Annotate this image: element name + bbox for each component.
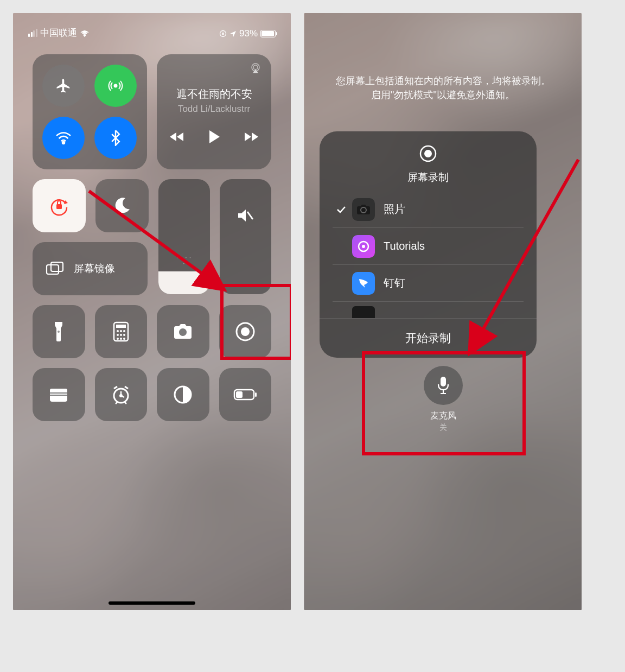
svg-point-3: [62, 142, 65, 144]
svg-point-37: [424, 150, 432, 157]
wifi-icon: [80, 29, 90, 37]
calculator-button[interactable]: [95, 305, 148, 358]
svg-rect-26: [50, 389, 67, 393]
svg-point-22: [179, 328, 187, 336]
svg-line-9: [247, 212, 253, 219]
svg-point-5: [253, 65, 258, 69]
svg-line-43: [473, 160, 578, 348]
checkmark-icon: [333, 206, 350, 213]
cellular-data-button[interactable]: [94, 65, 137, 107]
svg-point-13: [117, 330, 119, 332]
carrier-label: 中国联通: [40, 27, 77, 39]
wifi-button[interactable]: [42, 117, 85, 159]
alarm-button[interactable]: [95, 368, 148, 421]
annotation-arrow-right: [462, 155, 582, 362]
svg-point-20: [120, 338, 122, 340]
lock-rotation-icon: [219, 30, 227, 37]
svg-rect-12: [116, 325, 126, 328]
recording-info: 您屏幕上包括通知在内的所有内容，均将被录制。 启用"勿扰模式"以避免意外通知。: [304, 74, 582, 102]
alarm-icon: [111, 384, 131, 405]
location-icon: [229, 30, 237, 37]
svg-rect-33: [236, 391, 243, 398]
svg-rect-27: [50, 392, 67, 394]
calculator-icon: [113, 321, 129, 342]
dingtalk-app-icon: [352, 272, 375, 295]
svg-point-16: [117, 334, 119, 336]
wallet-button[interactable]: [33, 368, 85, 421]
airplane-mode-button[interactable]: [42, 65, 85, 107]
camera-button[interactable]: [157, 305, 209, 358]
dark-mode-icon: [173, 385, 193, 404]
play-icon[interactable]: [208, 130, 220, 144]
svg-point-14: [120, 330, 122, 332]
app-option-label: 照片: [384, 202, 405, 217]
status-bar: 中国联通 93%: [13, 13, 291, 40]
battery-icon: [260, 30, 276, 37]
svg-point-19: [117, 338, 119, 340]
bluetooth-button[interactable]: [94, 117, 137, 159]
svg-point-18: [123, 334, 125, 336]
svg-rect-34: [255, 392, 257, 397]
music-module[interactable]: 遮不住雨的不安 Todd Li/Lacklustrr: [157, 54, 271, 169]
flashlight-button[interactable]: [33, 305, 85, 358]
record-icon: [419, 144, 437, 163]
phone-right: 您屏幕上包括通知在内的所有内容，均将被录制。 启用"勿扰模式"以避免意外通知。 …: [304, 13, 582, 610]
battery-pct: 93%: [239, 28, 258, 39]
svg-point-15: [123, 330, 125, 332]
svg-point-41: [362, 245, 365, 248]
flashlight-icon: [53, 321, 65, 343]
svg-point-17: [120, 334, 122, 336]
svg-point-2: [114, 85, 117, 87]
cellular-signal-icon: [28, 29, 37, 37]
connectivity-module[interactable]: [33, 54, 147, 169]
svg-line-35: [89, 191, 219, 286]
mute-icon: [237, 207, 255, 224]
music-title: 遮不住雨的不安: [176, 87, 252, 102]
svg-rect-7: [47, 265, 59, 274]
forward-icon[interactable]: [244, 132, 259, 142]
camera-icon: [172, 324, 194, 340]
dark-mode-button[interactable]: [157, 368, 209, 421]
rewind-icon[interactable]: [169, 132, 184, 142]
annotation-highlight-right: [362, 351, 526, 455]
svg-rect-8: [51, 262, 63, 271]
low-power-button[interactable]: [219, 368, 272, 421]
home-indicator[interactable]: [109, 601, 195, 605]
low-power-icon: [233, 389, 257, 401]
svg-rect-28: [50, 395, 67, 396]
music-artist: Todd Li/Lacklustrr: [178, 104, 250, 115]
more-app-icon: [352, 306, 375, 318]
svg-rect-1: [222, 33, 224, 35]
screen-mirroring-icon: [46, 261, 65, 276]
airplay-icon[interactable]: [250, 62, 262, 74]
svg-point-10: [58, 331, 60, 333]
app-option-label: Tutorials: [384, 240, 425, 252]
lock-orientation-icon: [47, 194, 71, 218]
svg-point-21: [123, 338, 125, 340]
phone-left: 中国联通 93%: [13, 13, 291, 610]
annotation-arrow-left: [84, 186, 235, 305]
tutorials-app-icon: [352, 235, 375, 258]
photos-app-icon: [352, 198, 375, 221]
orientation-lock-button[interactable]: [33, 179, 86, 232]
svg-rect-6: [56, 204, 62, 209]
app-option-label: 钉钉: [384, 276, 405, 290]
wallet-icon: [48, 386, 69, 403]
